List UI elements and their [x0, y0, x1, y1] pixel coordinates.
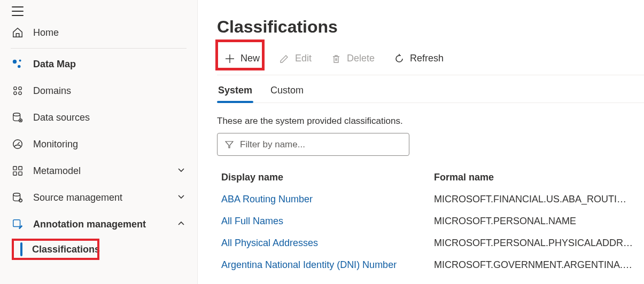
main-content: Classifications New Edit De [198, 0, 644, 284]
svg-rect-19 [19, 172, 22, 175]
metamodel-icon [12, 165, 24, 177]
plus-icon [224, 53, 235, 64]
svg-rect-16 [13, 167, 17, 170]
nav-home-label: Home [33, 27, 59, 38]
new-button[interactable]: New [217, 50, 267, 67]
table-row[interactable]: Argentina National Identity (DNI) Number… [217, 254, 644, 276]
svg-point-5 [18, 65, 21, 68]
chevron-down-icon [177, 165, 185, 177]
refresh-button[interactable]: Refresh [386, 50, 451, 67]
table-header: Display name Formal name [217, 168, 644, 188]
nav-metamodel-label: Metamodel [33, 165, 81, 177]
page-title: Classifications [217, 17, 644, 37]
domains-icon [12, 85, 24, 97]
monitoring-icon [12, 138, 24, 150]
sidebar: Home Data Map Domains [0, 0, 198, 284]
nav-monitoring-label: Monitoring [33, 139, 78, 150]
filter-box[interactable] [217, 133, 409, 156]
col-header-display[interactable]: Display name [221, 172, 434, 183]
svg-rect-22 [13, 220, 20, 227]
svg-point-9 [19, 92, 22, 95]
nav-monitoring[interactable]: Monitoring [0, 131, 197, 157]
nav-sourcemanagement-label: Source management [33, 192, 122, 203]
table-row[interactable]: All Full Names MICROSOFT.PERSONAL.NAME [217, 210, 644, 232]
svg-point-6 [14, 87, 17, 90]
cell-formal-name: MICROSOFT.PERSONAL.NAME [434, 216, 640, 227]
edit-button[interactable]: Edit [271, 50, 319, 67]
sourcemanagement-icon [12, 192, 24, 203]
nav-sub-classifications-label: Classifications [32, 244, 100, 255]
nav-home[interactable]: Home [0, 19, 197, 46]
svg-point-10 [13, 113, 20, 116]
cell-display-name[interactable]: All Physical Addresses [221, 238, 434, 249]
toolbar: New Edit Delete Refres [217, 50, 644, 75]
svg-point-3 [13, 60, 17, 64]
new-button-label: New [240, 53, 260, 64]
delete-icon [331, 53, 342, 64]
tab-custom[interactable]: Custom [269, 85, 305, 102]
edit-icon [279, 53, 290, 64]
cell-display-name[interactable]: ABA Routing Number [221, 194, 434, 205]
filter-icon [225, 140, 234, 149]
delete-button-label: Delete [347, 53, 375, 64]
edit-button-label: Edit [295, 53, 312, 64]
svg-point-4 [19, 60, 21, 62]
tabs: System Custom [217, 85, 644, 103]
nav-datasources[interactable]: Data sources [0, 104, 197, 131]
datasources-icon [12, 112, 24, 123]
active-indicator [20, 242, 22, 256]
nav-sourcemanagement[interactable]: Source management [0, 184, 197, 211]
svg-point-7 [19, 87, 22, 90]
refresh-icon [394, 53, 405, 64]
nav-datasources-label: Data sources [33, 112, 90, 123]
svg-point-20 [13, 193, 20, 196]
hamburger-menu-button[interactable] [0, 2, 197, 19]
svg-rect-18 [13, 172, 17, 175]
hamburger-icon [12, 6, 24, 16]
annotation-icon [12, 218, 24, 230]
cell-display-name[interactable]: Argentina National Identity (DNI) Number [221, 259, 434, 271]
cell-formal-name: MICROSOFT.PERSONAL.PHYSICALADDRESS [434, 238, 640, 249]
nav-domains[interactable]: Domains [0, 77, 197, 104]
delete-button[interactable]: Delete [323, 50, 382, 67]
cell-formal-name: MICROSOFT.GOVERNMENT.ARGENTINA.DNI_… [434, 259, 640, 271]
table-row[interactable]: ABA Routing Number MICROSOFT.FINANCIAL.U… [217, 188, 644, 210]
filter-input[interactable] [240, 139, 401, 150]
classification-table: Display name Formal name ABA Routing Num… [217, 168, 644, 276]
cell-display-name[interactable]: All Full Names [221, 216, 434, 227]
datamap-icon [12, 58, 24, 70]
svg-rect-17 [19, 167, 22, 170]
tab-hint: These are the system provided classifica… [217, 116, 644, 127]
chevron-down-icon [177, 192, 185, 203]
svg-line-15 [18, 142, 20, 144]
chevron-up-icon [177, 219, 185, 230]
svg-marker-27 [226, 141, 233, 148]
nav-annotationmanagement[interactable]: Annotation management [0, 211, 197, 238]
nav-annotation-label: Annotation management [33, 219, 146, 230]
home-icon [12, 27, 24, 38]
nav-domains-label: Domains [33, 85, 71, 97]
nav-sub-classifications[interactable]: Classifications [0, 238, 197, 261]
col-header-formal[interactable]: Formal name [434, 172, 640, 183]
cell-formal-name: MICROSOFT.FINANCIAL.US.ABA_ROUTING_NU… [434, 194, 640, 205]
svg-point-8 [14, 92, 17, 95]
table-row[interactable]: All Physical Addresses MICROSOFT.PERSONA… [217, 232, 644, 254]
nav-metamodel[interactable]: Metamodel [0, 157, 197, 184]
nav-section-label: Data Map [33, 59, 76, 70]
tab-system[interactable]: System [217, 85, 253, 102]
nav-divider [11, 48, 187, 49]
refresh-button-label: Refresh [410, 53, 444, 64]
nav-section-datamap[interactable]: Data Map [0, 51, 197, 77]
